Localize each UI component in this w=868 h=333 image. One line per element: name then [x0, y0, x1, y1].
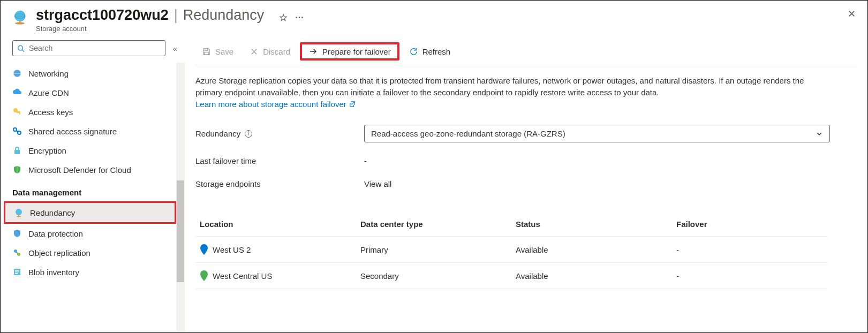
dct-value: Primary [360, 245, 516, 254]
refresh-button[interactable]: Refresh [403, 44, 457, 59]
svg-point-4 [18, 46, 23, 50]
redundancy-value: Read-access geo-zone-redundant storage (… [371, 129, 565, 138]
learn-more-label: Learn more about storage account failove… [195, 99, 346, 110]
sidebar-item-defender[interactable]: Microsoft Defender for Cloud [4, 160, 176, 179]
svg-rect-22 [205, 48, 208, 50]
lock-icon [12, 146, 22, 155]
globe-icon [14, 208, 24, 217]
cdn-icon [12, 88, 22, 97]
svg-rect-23 [205, 52, 209, 55]
discard-icon [250, 47, 259, 56]
svg-rect-3 [19, 21, 20, 23]
info-icon[interactable]: i [245, 130, 252, 138]
last-failover-label: Last failover time [195, 156, 364, 165]
svg-rect-20 [15, 271, 19, 273]
svg-point-15 [17, 216, 21, 217]
svg-rect-21 [15, 273, 18, 274]
sidebar-item-sas[interactable]: Shared access signature [4, 122, 176, 141]
redundancy-label: Redundancy i [195, 129, 364, 138]
shield-icon [12, 165, 22, 175]
col-status: Status [516, 220, 676, 229]
pin-icon [200, 270, 208, 281]
arrow-right-icon [308, 47, 318, 56]
redundancy-label-text: Redundancy [195, 129, 240, 138]
redundancy-select[interactable]: Read-access geo-zone-redundant storage (… [364, 125, 830, 142]
search-input-wrapper[interactable] [12, 40, 165, 56]
endpoints-table: Location Data center type Status Failove… [195, 212, 827, 289]
col-data-center-type: Data center type [360, 220, 516, 229]
save-icon [202, 47, 211, 56]
description-body: Azure Storage replication copies your da… [195, 76, 804, 97]
sidebar-item-label: Encryption [28, 146, 66, 155]
sidebar-item-label: Shared access signature [28, 127, 117, 136]
more-icon[interactable]: ··· [295, 13, 304, 22]
resource-name: strgacct100720wu2 [36, 7, 169, 24]
sidebar-item-label: Redundancy [30, 208, 75, 217]
sidebar-item-blob-inventory[interactable]: Blob inventory [4, 262, 176, 282]
search-input[interactable] [28, 43, 161, 53]
failover-value: - [676, 245, 823, 254]
refresh-icon [409, 47, 418, 56]
sidebar-item-azure-cdn[interactable]: Azure CDN [4, 83, 176, 102]
col-failover: Failover [676, 220, 823, 229]
location-value: West US 2 [213, 245, 251, 254]
sidebar: « Security + networking Networking Azure… [1, 37, 185, 331]
sidebar-item-data-protection[interactable]: Data protection [4, 224, 176, 243]
search-icon [17, 44, 25, 52]
sidebar-scrollbar[interactable] [176, 63, 185, 331]
status-value: Available [516, 271, 676, 281]
inventory-icon [12, 267, 22, 277]
networking-icon [12, 69, 22, 78]
table-header-row: Location Data center type Status Failove… [195, 212, 827, 237]
svg-rect-8 [17, 111, 20, 113]
description-text: Azure Storage replication copies your da… [195, 75, 817, 110]
sidebar-item-label: Networking [28, 69, 69, 78]
page-title: strgacct100720wu2 | Redundancy ☆ ··· [36, 7, 857, 24]
close-icon[interactable]: ✕ [848, 8, 856, 20]
favorite-icon[interactable]: ☆ [279, 12, 288, 24]
last-failover-value: - [364, 156, 367, 165]
sidebar-item-access-keys[interactable]: Access keys [4, 102, 176, 122]
sidebar-item-redundancy[interactable]: Redundancy [4, 201, 176, 224]
collapse-sidebar-icon[interactable]: « [171, 42, 179, 55]
dct-value: Secondary [360, 271, 516, 281]
sidebar-item-encryption[interactable]: Encryption [4, 141, 176, 160]
sidebar-item-label: Blob inventory [28, 268, 79, 277]
col-location: Location [200, 220, 360, 229]
sidebar-item-object-replication[interactable]: Object replication [4, 243, 176, 262]
chevron-down-icon [816, 130, 823, 138]
svg-rect-12 [14, 150, 20, 154]
nav-list: Security + networking Networking Azure C… [4, 63, 176, 282]
main-content: Save Discard Prepare for failover Refres… [185, 37, 867, 331]
discard-button: Discard [243, 44, 297, 59]
view-all-link[interactable]: View all [364, 179, 391, 188]
blade-header: strgacct100720wu2 | Redundancy ☆ ··· Sto… [1, 1, 867, 37]
sidebar-item-label: Microsoft Defender for Cloud [28, 165, 131, 175]
prepare-failover-button[interactable]: Prepare for failover [300, 42, 399, 60]
failover-value: - [676, 271, 823, 281]
refresh-label: Refresh [422, 47, 451, 56]
prepare-label: Prepare for failover [322, 47, 391, 56]
replication-icon [12, 248, 22, 258]
sidebar-item-label: Data protection [28, 229, 83, 238]
key-icon [12, 107, 22, 117]
discard-label: Discard [263, 47, 290, 56]
svg-rect-9 [19, 113, 20, 115]
sidebar-item-networking[interactable]: Networking [4, 64, 176, 83]
shield-blue-icon [12, 229, 22, 238]
resource-type-label: Storage account [36, 25, 857, 33]
svg-point-13 [16, 209, 22, 215]
sidebar-item-label: Access keys [28, 108, 73, 117]
location-value: West Central US [213, 271, 272, 281]
nav-section-data-management: Data management [4, 179, 176, 201]
svg-rect-19 [15, 270, 19, 271]
save-button: Save [195, 44, 240, 59]
learn-more-link[interactable]: Learn more about storage account failove… [195, 99, 356, 110]
sas-icon [12, 126, 22, 136]
table-row: West US 2 Primary Available - [195, 237, 827, 263]
scrollbar-thumb[interactable] [177, 180, 184, 282]
status-value: Available [516, 245, 676, 254]
toolbar: Save Discard Prepare for failover Refres… [195, 37, 857, 65]
resource-icon [11, 9, 28, 26]
section-name: Redundancy [183, 7, 265, 24]
